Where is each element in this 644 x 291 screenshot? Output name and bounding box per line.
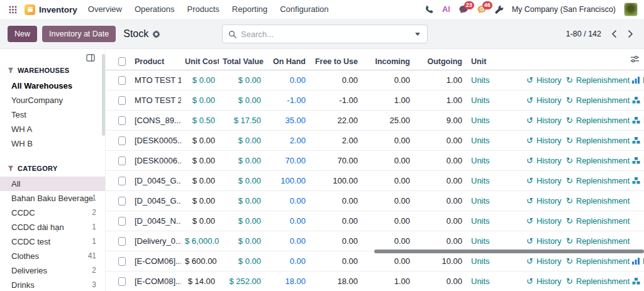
on-hand-cell[interactable]: 2.00 <box>265 136 309 145</box>
history-button[interactable]: ↺ History <box>516 156 565 165</box>
column-header-on-hand[interactable]: On Hand <box>265 57 309 66</box>
row-checkbox[interactable] <box>118 177 126 185</box>
filter-item-drinks[interactable]: Drinks 3 <box>0 278 105 291</box>
filter-item-test[interactable]: Test <box>0 107 105 122</box>
pager-next-button[interactable] <box>627 30 634 38</box>
row-checkbox[interactable] <box>118 277 126 286</box>
replenishment-button[interactable]: ↻ Replenishment <box>565 216 631 226</box>
filter-item-clothes[interactable]: Clothes 41 <box>0 249 105 263</box>
row-extra-button[interactable]: Forecast <box>631 75 644 85</box>
filter-item-wh-b[interactable]: WH B <box>0 136 105 151</box>
history-button[interactable]: ↺ History <box>516 277 565 286</box>
product-cell[interactable]: [CONS_89... <box>130 116 181 125</box>
column-header-product[interactable]: Product <box>130 57 181 66</box>
unit-cost-cell[interactable]: $ 6,000.00 <box>181 236 219 246</box>
row-checkbox[interactable] <box>118 76 126 85</box>
app-brand[interactable]: Inventory <box>20 4 82 15</box>
on-hand-cell[interactable]: 70.00 <box>265 156 309 165</box>
on-hand-cell[interactable]: 100.00 <box>265 176 309 185</box>
history-button[interactable]: ↺ History <box>516 136 565 145</box>
product-cell[interactable]: [E-COM06]... <box>130 256 181 266</box>
on-hand-cell[interactable]: 0.00 <box>265 236 309 246</box>
product-cell[interactable]: [D_0045_G... <box>130 176 181 185</box>
toggle-sidebar-icon[interactable] <box>86 54 95 62</box>
product-cell[interactable]: [DESK0005... <box>130 136 181 145</box>
history-button[interactable]: ↺ History <box>516 196 565 206</box>
apps-menu-button[interactable] <box>5 1 20 18</box>
menu-item-operations[interactable]: Operations <box>128 0 181 19</box>
messages-button[interactable]: 23 <box>458 5 469 14</box>
replenishment-button[interactable]: ↻ Replenishment <box>565 277 631 286</box>
menu-item-configuration[interactable]: Configuration <box>274 0 335 19</box>
row-extra-button[interactable]: Locations <box>631 136 644 145</box>
row-checkbox[interactable] <box>118 197 126 206</box>
on-hand-cell[interactable]: 0.00 <box>265 196 309 206</box>
on-hand-cell[interactable]: 35.00 <box>265 116 309 125</box>
product-cell[interactable]: [D_0045_G... <box>130 196 181 206</box>
on-hand-cell[interactable]: 0.00 <box>265 256 309 266</box>
replenishment-button[interactable]: ↻ Replenishment <box>565 176 631 185</box>
replenishment-button[interactable]: ↻ Replenishment <box>565 196 631 206</box>
row-checkbox[interactable] <box>118 116 126 125</box>
replenishment-button[interactable]: ↻ Replenishment <box>565 136 631 145</box>
filter-item-ccdc-d-i-h-n[interactable]: CCDC dài hạn 1 <box>0 220 105 234</box>
history-button[interactable]: ↺ History <box>516 256 565 266</box>
filter-item-deliveries[interactable]: Deliveries 2 <box>0 263 105 278</box>
filter-item-bahan-baku-beverage[interactable]: Bahan Baku Beverage 1 <box>0 191 105 206</box>
replenishment-button[interactable]: ↻ Replenishment <box>565 236 631 246</box>
row-checkbox[interactable] <box>118 156 126 165</box>
on-hand-cell[interactable]: 18.00 <box>265 277 309 286</box>
filter-item-yourcompany[interactable]: YourCompany <box>0 93 105 107</box>
row-extra-button[interactable]: Locations <box>631 277 644 286</box>
row-extra-button[interactable]: Locations <box>631 156 644 165</box>
history-button[interactable]: ↺ History <box>516 176 565 185</box>
history-button[interactable]: ↺ History <box>516 236 565 246</box>
search-dropdown-toggle[interactable] <box>414 33 421 36</box>
select-all-checkbox[interactable] <box>118 57 126 66</box>
replenishment-button[interactable]: ↻ Replenishment <box>565 156 631 165</box>
ai-button[interactable]: AI <box>442 5 450 14</box>
row-extra-button[interactable]: Locations <box>631 96 644 105</box>
row-checkbox[interactable] <box>118 257 126 266</box>
row-extra-button[interactable]: Locations <box>631 116 644 125</box>
filter-item-ccdc[interactable]: CCDC 2 <box>0 206 105 220</box>
row-checkbox[interactable] <box>118 237 126 246</box>
menu-item-products[interactable]: Products <box>181 0 226 19</box>
optional-columns-icon[interactable] <box>629 55 641 63</box>
history-button[interactable]: ↺ History <box>516 75 565 85</box>
history-button[interactable]: ↺ History <box>516 216 565 226</box>
replenishment-button[interactable]: ↻ Replenishment <box>565 75 631 85</box>
sidebar-scrollbar[interactable] <box>102 54 105 136</box>
row-extra-button[interactable]: Forecast <box>631 256 644 266</box>
product-cell[interactable]: [D_0045_N... <box>130 216 181 226</box>
phone-icon[interactable] <box>425 5 434 14</box>
replenishment-button[interactable]: ↻ Replenishment <box>565 256 631 266</box>
row-checkbox[interactable] <box>118 217 126 226</box>
inventory-at-date-button[interactable]: Inventory at Date <box>42 26 116 42</box>
column-header-free-to-use[interactable]: Free to Use <box>309 57 362 66</box>
filter-item-ccdc-test[interactable]: CCDC test 1 <box>0 234 105 249</box>
filter-item-all-warehouses[interactable]: All Warehouses <box>0 79 105 93</box>
unit-cost-cell[interactable]: $ 0.50 <box>181 116 219 125</box>
history-button[interactable]: ↺ History <box>516 96 565 105</box>
filter-item-wh-a[interactable]: WH A <box>0 122 105 136</box>
unit-cost-cell[interactable]: $ 0.00 <box>181 156 219 165</box>
user-avatar[interactable] <box>624 3 638 16</box>
new-button[interactable]: New <box>8 26 37 42</box>
unit-cost-cell[interactable]: $ 0.00 <box>181 136 219 145</box>
unit-cost-cell[interactable]: $ 0.00 <box>181 176 219 185</box>
unit-cost-cell[interactable]: $ 0.00 <box>181 196 219 206</box>
column-header-incoming[interactable]: Incoming <box>362 57 414 66</box>
unit-cost-cell[interactable]: $ 0.00 <box>181 216 219 226</box>
product-cell[interactable]: [E-COM08]... <box>130 277 181 286</box>
history-button[interactable]: ↺ History <box>516 116 565 125</box>
product-cell[interactable]: MTO TEST 1 <box>130 75 181 85</box>
horizontal-scrollbar[interactable] <box>374 250 644 253</box>
pager-previous-button[interactable] <box>611 30 618 38</box>
activities-button[interactable]: 46 <box>477 5 487 14</box>
on-hand-cell[interactable]: 0.00 <box>265 75 309 85</box>
unit-cost-cell[interactable]: $ 0.00 <box>181 75 219 85</box>
product-cell[interactable]: [DESK0006... <box>130 156 181 165</box>
unit-cost-cell[interactable]: $ 600.00 <box>181 256 219 266</box>
tools-button[interactable] <box>495 5 504 14</box>
